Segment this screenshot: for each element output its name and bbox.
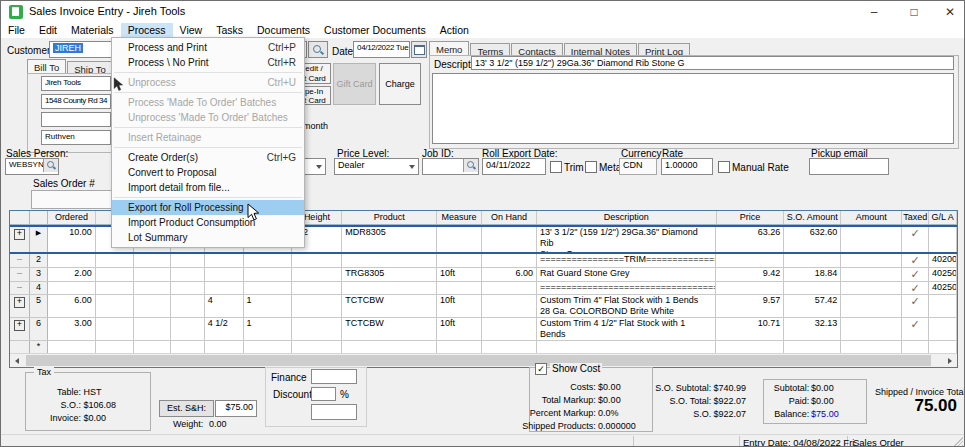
- row-expand-cell[interactable]: –: [10, 268, 30, 281]
- cell-so_amount[interactable]: [784, 282, 841, 294]
- rate-field[interactable]: 1.00000: [661, 158, 713, 175]
- cell-product[interactable]: TRG8305: [342, 268, 437, 281]
- close-button[interactable]: ✕: [935, 1, 965, 23]
- cell-on_hand[interactable]: [482, 295, 537, 317]
- cell-ordered[interactable]: [48, 282, 96, 294]
- cell-c5[interactable]: 1: [244, 318, 293, 340]
- scrollbar-thumb[interactable]: [26, 355, 931, 366]
- column-header-product[interactable]: Product: [342, 211, 437, 224]
- cell-so_amount[interactable]: 57.42: [784, 295, 841, 317]
- cell-c1[interactable]: [96, 282, 134, 294]
- cell-gl[interactable]: 40250-0: [929, 268, 957, 281]
- cell-product[interactable]: [342, 254, 437, 267]
- cell-taxed[interactable]: [902, 341, 929, 353]
- sales-person-field[interactable]: WEBSYNC: [5, 158, 59, 175]
- cell-price[interactable]: 9.57: [716, 295, 784, 317]
- description-field[interactable]: 13' 3 1/2" (159 1/2") 29Ga.36" Diamond R…: [471, 56, 954, 70]
- menu-item-lot-summary[interactable]: Lot Summary: [112, 230, 304, 245]
- cell-price[interactable]: [716, 254, 784, 267]
- menu-item-process-no-print[interactable]: Process \ No PrintCtrl+R: [112, 55, 304, 70]
- billto-name-field[interactable]: Jireh Tools: [41, 76, 111, 91]
- column-header-g-l-a[interactable]: G/L A: [929, 211, 957, 224]
- cell-height[interactable]: [292, 268, 342, 281]
- cell-c4[interactable]: [205, 282, 244, 294]
- cell-amount[interactable]: [841, 227, 902, 252]
- cell-amount[interactable]: [841, 341, 902, 353]
- menubar-item-materials[interactable]: Materials: [64, 23, 121, 38]
- cell-amount[interactable]: [841, 254, 902, 267]
- cell-c1[interactable]: [96, 295, 134, 317]
- cell-on_hand[interactable]: [482, 254, 537, 267]
- cell-measure[interactable]: [437, 341, 482, 353]
- est-sh-button[interactable]: Est. S&H:: [159, 400, 214, 417]
- horizontal-scrollbar[interactable]: [10, 353, 957, 367]
- cell-description[interactable]: [537, 341, 717, 353]
- cell-product[interactable]: TCTCBW: [342, 318, 437, 340]
- billto-address2-field[interactable]: [41, 112, 111, 127]
- metal-checkbox[interactable]: [585, 161, 597, 173]
- column-header-measure[interactable]: Measure: [437, 211, 482, 224]
- job-id-lookup-icon[interactable]: [463, 159, 478, 172]
- cell-c3[interactable]: [171, 318, 205, 340]
- menubar-item-process[interactable]: Process: [121, 23, 173, 38]
- row-number-cell[interactable]: 6: [30, 318, 48, 340]
- cell-price[interactable]: 63.26: [716, 227, 784, 252]
- cell-taxed[interactable]: ✓: [902, 254, 929, 267]
- menubar-item-documents[interactable]: Documents: [250, 23, 317, 38]
- cell-c5[interactable]: [244, 282, 293, 294]
- est-sh-field[interactable]: $75.00: [215, 400, 257, 417]
- cell-taxed[interactable]: ✓: [902, 295, 929, 317]
- calendar-button[interactable]: [411, 41, 427, 58]
- cell-c2[interactable]: [134, 282, 171, 294]
- cell-taxed[interactable]: ✓: [902, 268, 929, 281]
- row-number-cell[interactable]: ▶: [30, 227, 48, 252]
- cell-c3[interactable]: [171, 295, 205, 317]
- cell-height[interactable]: [292, 282, 342, 294]
- cell-c4[interactable]: 4: [205, 295, 244, 317]
- cell-height[interactable]: [292, 341, 342, 353]
- manual-rate-checkbox[interactable]: [718, 161, 730, 173]
- cell-so_amount[interactable]: [784, 254, 841, 267]
- cell-measure[interactable]: [437, 254, 482, 267]
- finance-extra-field[interactable]: [311, 404, 357, 420]
- cell-gl[interactable]: [929, 227, 957, 252]
- cell-c5[interactable]: [244, 254, 293, 267]
- row-number-cell[interactable]: *: [30, 341, 48, 353]
- billto-address-field[interactable]: 1548 County Rd 34: [41, 94, 111, 109]
- cell-product[interactable]: TCTCBW: [342, 295, 437, 317]
- cell-price[interactable]: [716, 341, 784, 353]
- expand-plus-icon[interactable]: +: [14, 320, 25, 331]
- cell-measure[interactable]: [437, 282, 482, 294]
- sales-person-lookup-icon[interactable]: [43, 159, 58, 172]
- cell-on_hand[interactable]: [482, 341, 537, 353]
- cell-measure[interactable]: [437, 227, 482, 252]
- cell-taxed[interactable]: ✓: [902, 282, 929, 294]
- menubar-item-edit[interactable]: Edit: [32, 23, 64, 38]
- cell-c2[interactable]: [134, 268, 171, 281]
- cell-product[interactable]: [342, 282, 437, 294]
- cell-taxed[interactable]: ✓: [902, 318, 929, 340]
- cell-c2[interactable]: [134, 254, 171, 267]
- gift-card-button[interactable]: Gift Card: [333, 63, 376, 105]
- cell-c2[interactable]: [134, 341, 171, 353]
- cell-price[interactable]: 9.42: [716, 268, 784, 281]
- cell-ordered[interactable]: 2.00: [48, 268, 96, 281]
- row-expand-cell[interactable]: +: [10, 295, 30, 317]
- cell-gl[interactable]: 40250-0: [929, 282, 957, 294]
- column-header-amount[interactable]: Amount: [841, 211, 902, 224]
- cell-c3[interactable]: [171, 268, 205, 281]
- trim-checkbox[interactable]: [550, 161, 562, 173]
- cell-product[interactable]: MDR8305: [342, 227, 437, 252]
- cell-c1[interactable]: [96, 254, 134, 267]
- finance-field[interactable]: [311, 369, 357, 384]
- row-expand-cell[interactable]: +: [10, 227, 30, 252]
- customer-lookup-button[interactable]: [308, 41, 328, 58]
- menu-item-unprocess[interactable]: UnprocessCtrl+U: [112, 75, 304, 90]
- maximize-button[interactable]: □: [899, 1, 929, 23]
- cell-height[interactable]: [292, 254, 342, 267]
- cell-gl[interactable]: [929, 295, 957, 317]
- cell-c1[interactable]: [96, 318, 134, 340]
- column-header-description[interactable]: Description: [537, 211, 717, 224]
- cell-gl[interactable]: [929, 341, 957, 353]
- cell-so_amount[interactable]: 32.13: [784, 318, 841, 340]
